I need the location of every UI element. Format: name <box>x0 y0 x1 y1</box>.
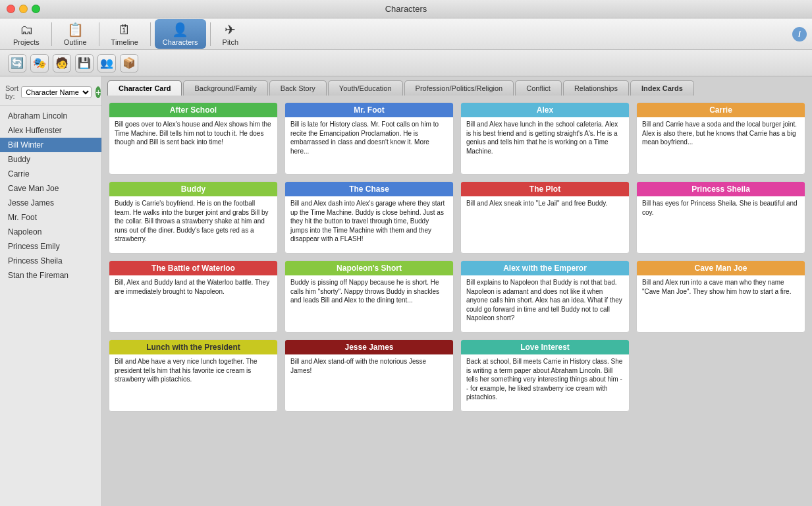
card-after-school-title: After School <box>109 103 277 117</box>
tab-youth-education[interactable]: Youth/Education <box>328 80 403 96</box>
card-the-plot-body: Bill and Alex sneak into "Le Jail" and f… <box>461 196 629 212</box>
card-mr-foot-title: Mr. Foot <box>285 103 453 117</box>
sub-toolbar: 🔄 🎭 🧑 💾 👥 📦 <box>0 50 812 76</box>
tab-character-card[interactable]: Character Card <box>107 80 182 96</box>
card-alex-body: Bill and Alex have lunch in the school c… <box>461 117 629 159</box>
tab-index-cards[interactable]: Index Cards <box>630 80 694 96</box>
subtoolbar-btn-save[interactable]: 💾 <box>75 54 94 72</box>
card-the-chase-body: Bill and Alex dash into Alex's garage wh… <box>285 196 453 248</box>
info-button[interactable]: i <box>792 27 807 42</box>
toolbar-outline[interactable]: 📋 Outline <box>56 19 95 49</box>
card-alex[interactable]: Alex Bill and Alex have lunch in the sch… <box>460 102 630 175</box>
card-the-plot[interactable]: The Plot Bill and Alex sneak into "Le Ja… <box>460 181 630 254</box>
card-alex-emperor-title: Alex with the Emperor <box>461 261 629 275</box>
card-the-chase[interactable]: The Chase Bill and Alex dash into Alex's… <box>284 181 454 254</box>
card-alex-emperor[interactable]: Alex with the Emperor Bill explains to N… <box>460 260 630 333</box>
main-toolbar: 🗂 Projects 📋 Outline 🗓 Timeline 👤 Charac… <box>0 18 812 50</box>
sidebar-item-buddy[interactable]: Buddy <box>0 152 101 167</box>
card-napoleons-short-title: Napoleon's Short <box>285 261 453 275</box>
projects-icon: 🗂 <box>20 22 33 38</box>
card-alex-title: Alex <box>461 103 629 117</box>
toolbar-characters-label: Characters <box>163 38 198 46</box>
sidebar-item-princess-sheila[interactable]: Princess Sheila <box>0 254 101 268</box>
card-princess-sheila[interactable]: Princess Sheila Bill has eyes for Prince… <box>636 181 805 254</box>
toolbar-separator-2 <box>99 22 99 46</box>
card-lunch-president[interactable]: Lunch with the President Bill and Abe ha… <box>109 339 278 412</box>
card-princess-sheila-title: Princess Sheila <box>637 182 805 196</box>
sidebar-item-cave-man-joe[interactable]: Cave Man Joe <box>0 181 101 196</box>
card-jesse-james-body: Bill and Alex stand-off with the notorio… <box>285 354 453 379</box>
card-jesse-james[interactable]: Jesse James Bill and Alex stand-off with… <box>284 339 454 412</box>
card-battle-waterloo[interactable]: The Battle of Waterloo Bill, Alex and Bu… <box>109 260 278 333</box>
timeline-icon: 🗓 <box>118 22 131 38</box>
card-cave-man-joe-body: Bill and Alex run into a cave man who th… <box>637 275 805 300</box>
close-button[interactable] <box>7 5 15 13</box>
tab-background-family[interactable]: Background/Family <box>183 80 267 96</box>
subtoolbar-btn-group[interactable]: 👥 <box>97 54 116 72</box>
sidebar-item-stan-the-fireman[interactable]: Stan the Fireman <box>0 268 101 283</box>
maximize-button[interactable] <box>32 5 40 13</box>
subtoolbar-btn-package[interactable]: 📦 <box>120 54 138 72</box>
tab-conflict[interactable]: Conflict <box>515 80 562 96</box>
sidebar-item-abraham-lincoln[interactable]: Abraham Lincoln <box>0 109 101 123</box>
card-after-school[interactable]: After School Bill goes over to Alex's ho… <box>109 102 278 175</box>
card-carrie-title: Carrie <box>637 103 805 117</box>
card-napoleons-short[interactable]: Napoleon's Short Buddy is pissing off Na… <box>284 260 454 333</box>
card-buddy-body: Buddy is Carrie's boyfriend. He is on th… <box>109 196 277 248</box>
toolbar-pitch-label: Pitch <box>223 38 238 46</box>
card-battle-waterloo-body: Bill, Alex and Buddy land at the Waterlo… <box>109 275 277 300</box>
outline-icon: 📋 <box>67 22 84 38</box>
tab-profession-politics-religion[interactable]: Profession/Politics/Religion <box>404 80 514 96</box>
subtoolbar-btn-character[interactable]: 🎭 <box>30 54 49 72</box>
toolbar-projects-label: Projects <box>13 38 40 46</box>
tab-relationships[interactable]: Relationships <box>563 80 629 96</box>
card-mr-foot[interactable]: Mr. Foot Bill is late for History class.… <box>284 102 454 175</box>
card-love-interest[interactable]: Love Interest Back at school, Bill meets… <box>460 339 630 412</box>
tab-back-story[interactable]: Back Story <box>269 80 327 96</box>
toolbar-separator-1 <box>51 22 52 46</box>
sidebar-item-mr-foot[interactable]: Mr. Foot <box>0 210 101 225</box>
toolbar-characters[interactable]: 👤 Characters <box>155 19 206 49</box>
card-lunch-president-body: Bill and Abe have a very nice lunch toge… <box>109 354 277 388</box>
card-alex-emperor-body: Bill explains to Napoleon that Buddy is … <box>461 275 629 327</box>
toolbar-projects[interactable]: 🗂 Projects <box>5 20 47 49</box>
card-cave-man-joe[interactable]: Cave Man Joe Bill and Alex run into a ca… <box>636 260 805 333</box>
card-cave-man-joe-title: Cave Man Joe <box>637 261 805 275</box>
sidebar-item-napoleon[interactable]: Napoleon <box>0 225 101 239</box>
card-buddy[interactable]: Buddy Buddy is Carrie's boyfriend. He is… <box>109 181 278 254</box>
sidebar-item-jesse-james[interactable]: Jesse James <box>0 196 101 210</box>
pitch-icon: ✈ <box>225 22 236 38</box>
card-carrie-body: Bill and Carrie have a soda and the loca… <box>637 117 805 151</box>
toolbar-separator-4 <box>210 22 211 46</box>
toolbar-timeline[interactable]: 🗓 Timeline <box>103 20 146 49</box>
sidebar-item-bill-winter[interactable]: Bill Winter <box>0 138 101 152</box>
add-character-button[interactable]: + <box>95 86 101 98</box>
card-jesse-james-title: Jesse James <box>285 340 453 354</box>
sidebar: Sort by: Character Name + Abraham Lincol… <box>0 76 102 506</box>
window-title: Characters <box>385 4 427 14</box>
cards-grid: After School Bill goes over to Alex's ho… <box>109 102 805 412</box>
card-lunch-president-title: Lunch with the President <box>109 340 277 354</box>
card-buddy-title: Buddy <box>109 182 277 196</box>
card-carrie[interactable]: Carrie Bill and Carrie have a soda and t… <box>636 102 805 175</box>
toolbar-pitch[interactable]: ✈ Pitch <box>215 19 246 49</box>
cards-container: After School Bill goes over to Alex's ho… <box>102 96 812 506</box>
card-love-interest-title: Love Interest <box>461 340 629 354</box>
subtoolbar-btn-refresh[interactable]: 🔄 <box>8 54 26 72</box>
sidebar-item-princess-emily[interactable]: Princess Emily <box>0 239 101 254</box>
card-napoleons-short-body: Buddy is pissing off Nappy because he is… <box>285 275 453 309</box>
minimize-button[interactable] <box>19 5 28 13</box>
toolbar-timeline-label: Timeline <box>111 38 138 46</box>
sidebar-item-alex-huffenster[interactable]: Alex Huffenster <box>0 123 101 138</box>
sidebar-sort-bar: Sort by: Character Name + <box>0 82 101 106</box>
card-battle-waterloo-title: The Battle of Waterloo <box>109 261 277 275</box>
sidebar-item-carrie[interactable]: Carrie <box>0 167 101 181</box>
window-controls <box>7 5 40 13</box>
sort-label: Sort by: <box>5 84 18 100</box>
card-princess-sheila-body: Bill has eyes for Princess Sheila. She i… <box>637 196 805 221</box>
sort-select[interactable]: Character Name <box>21 86 92 98</box>
subtoolbar-btn-person[interactable]: 🧑 <box>53 54 71 72</box>
card-the-plot-title: The Plot <box>461 182 629 196</box>
card-the-chase-title: The Chase <box>285 182 453 196</box>
toolbar-outline-label: Outline <box>64 38 87 46</box>
